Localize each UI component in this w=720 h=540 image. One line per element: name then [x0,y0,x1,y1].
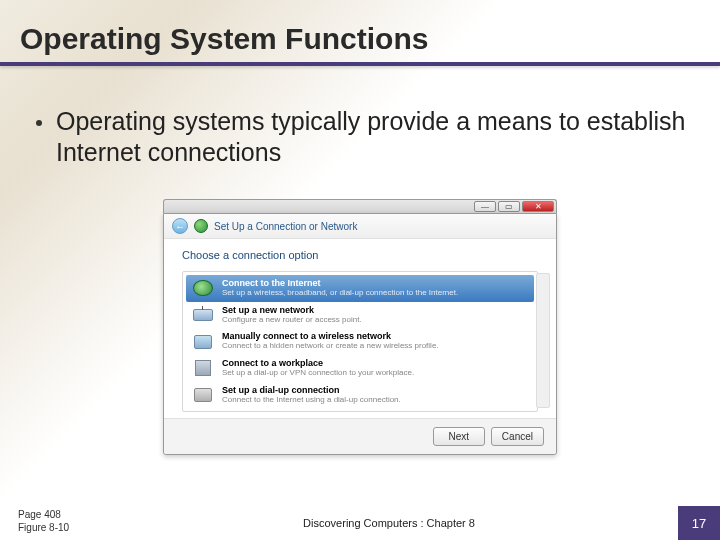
router-icon [192,306,214,324]
slide-footer: Page 408 Figure 8-10 Discovering Compute… [0,506,720,540]
option-new-network[interactable]: Set up a new network Configure a new rou… [186,302,534,329]
building-icon [192,359,214,377]
option-dialup[interactable]: Set up a dial-up connection Connect to t… [186,382,534,409]
slide-number: 17 [678,506,720,540]
wizard-body: Choose a connection option Connect to th… [164,239,556,418]
phone-icon [192,386,214,404]
wizard-prompt: Choose a connection option [182,249,538,261]
option-connect-internet[interactable]: Connect to the Internet Set up a wireles… [186,275,534,302]
option-list: Connect to the Internet Set up a wireles… [182,271,538,412]
wizard-footer: Next Cancel [164,418,556,454]
option-desc: Set up a wireless, broadband, or dial-up… [222,289,458,298]
globe-icon [192,279,214,297]
bullet-text: Operating systems typically provide a me… [56,106,690,169]
footer-center: Discovering Computers : Chapter 8 [100,506,678,540]
dialog-window: ― ▭ ✕ ← Set Up a Connection or Network C… [163,199,557,455]
minimize-button[interactable]: ― [474,201,496,212]
page-ref: Page 408 [18,509,100,522]
slide-title: Operating System Functions [0,0,720,62]
wizard-header: ← Set Up a Connection or Network [164,214,556,239]
option-manual-wireless[interactable]: Manually connect to a wireless network C… [186,328,534,355]
footer-left: Page 408 Figure 8-10 [0,506,100,540]
option-desc: Configure a new router or access point. [222,316,362,325]
bullet-item: Operating systems typically provide a me… [30,106,690,169]
maximize-button[interactable]: ▭ [498,201,520,212]
back-arrow-icon[interactable]: ← [172,218,188,234]
figure-ref: Figure 8-10 [18,522,100,535]
next-button[interactable]: Next [433,427,485,446]
close-button[interactable]: ✕ [522,201,554,212]
globe-icon [194,219,208,233]
cancel-button[interactable]: Cancel [491,427,544,446]
bullet-dot-icon [36,120,42,126]
window-titlebar: ― ▭ ✕ [163,199,557,213]
wizard-frame: ← Set Up a Connection or Network Choose … [163,213,557,455]
scrollbar[interactable] [536,273,550,408]
monitor-icon [192,333,214,351]
option-desc: Set up a dial-up or VPN connection to yo… [222,369,414,378]
option-workplace[interactable]: Connect to a workplace Set up a dial-up … [186,355,534,382]
option-desc: Connect to the Internet using a dial-up … [222,396,401,405]
wizard-title: Set Up a Connection or Network [214,221,357,232]
bullet-area: Operating systems typically provide a me… [0,66,720,169]
option-desc: Connect to a hidden network or create a … [222,342,439,351]
